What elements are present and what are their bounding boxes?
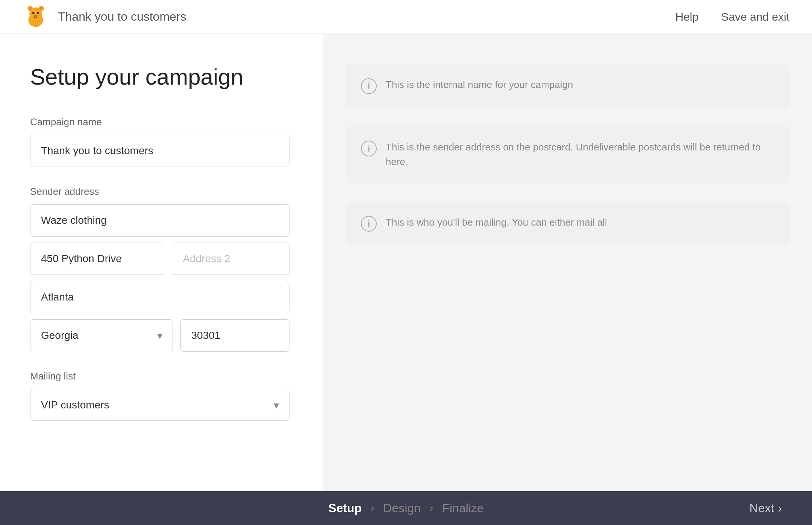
info-text-campaign-name: This is the internal name for your campa… (386, 77, 573, 92)
campaign-name-input[interactable] (30, 135, 289, 167)
next-label: Next (750, 501, 774, 515)
svg-point-5 (40, 7, 43, 10)
step-setup: Setup (328, 501, 362, 515)
save-exit-button[interactable]: Save and exit (721, 11, 789, 23)
step-design: Design (383, 501, 421, 515)
address-row-1 (30, 243, 289, 275)
info-text-sender-address: This is the sender address on the postca… (386, 140, 774, 169)
next-button[interactable]: Next › (750, 501, 782, 515)
city-input[interactable] (30, 281, 289, 313)
right-panel: i This is the internal name for your cam… (323, 34, 812, 491)
info-icon-3: i (361, 216, 377, 232)
info-card-mailing-list: i This is who you'll be mailing. You can… (346, 202, 789, 245)
header-left: Thank you to customers (23, 4, 186, 30)
header: Thank you to customers Help Save and exi… (0, 0, 812, 34)
info-card-campaign-name: i This is the internal name for your cam… (346, 64, 789, 108)
svg-point-6 (32, 12, 35, 14)
company-input[interactable] (30, 204, 289, 237)
info-text-mailing-list: This is who you'll be mailing. You can e… (386, 215, 607, 230)
state-zip-row: Georgia Alabama Alaska Arizona Arkansas … (30, 319, 289, 352)
svg-point-8 (34, 14, 38, 17)
campaign-name-label: Campaign name (30, 116, 289, 128)
info-card-sender-address: i This is the sender address on the post… (346, 126, 789, 183)
svg-point-3 (29, 7, 32, 10)
mailing-list-section: Mailing list VIP customers All customers… (30, 370, 289, 421)
page-heading: Setup your campaign (30, 64, 289, 90)
footer-bar: Setup › Design › Finalize Next › (0, 491, 812, 525)
mailing-list-label: Mailing list (30, 370, 289, 382)
svg-point-7 (37, 12, 39, 14)
info-icon-1: i (361, 78, 377, 94)
step-finalize: Finalize (442, 501, 483, 515)
header-right: Help Save and exit (676, 11, 790, 23)
sender-address-label: Sender address (30, 186, 289, 197)
next-chevron-icon: › (778, 501, 782, 515)
step-sep-1: › (371, 502, 374, 514)
campaign-name-section: Campaign name (30, 116, 289, 167)
zip-input[interactable] (180, 319, 290, 352)
main-container: Setup your campaign Campaign name Sender… (0, 34, 812, 491)
info-icon-2: i (361, 141, 377, 156)
mailing-list-wrapper: VIP customers All customers New customer… (30, 389, 289, 421)
address1-input[interactable] (30, 243, 164, 275)
step-sep-2: › (430, 502, 433, 514)
mailing-list-select[interactable]: VIP customers All customers New customer… (30, 389, 289, 421)
address2-input[interactable] (172, 243, 289, 275)
left-panel: Setup your campaign Campaign name Sender… (0, 34, 323, 491)
logo-icon (23, 4, 49, 30)
step-indicator: Setup › Design › Finalize (328, 501, 483, 515)
help-button[interactable]: Help (676, 11, 699, 23)
sender-address-section: Sender address Georgia Alabama Alaska Ar… (30, 186, 289, 352)
state-select-wrapper: Georgia Alabama Alaska Arizona Arkansas … (30, 319, 173, 352)
state-select[interactable]: Georgia Alabama Alaska Arizona Arkansas … (30, 319, 173, 351)
campaign-title: Thank you to customers (58, 10, 186, 24)
